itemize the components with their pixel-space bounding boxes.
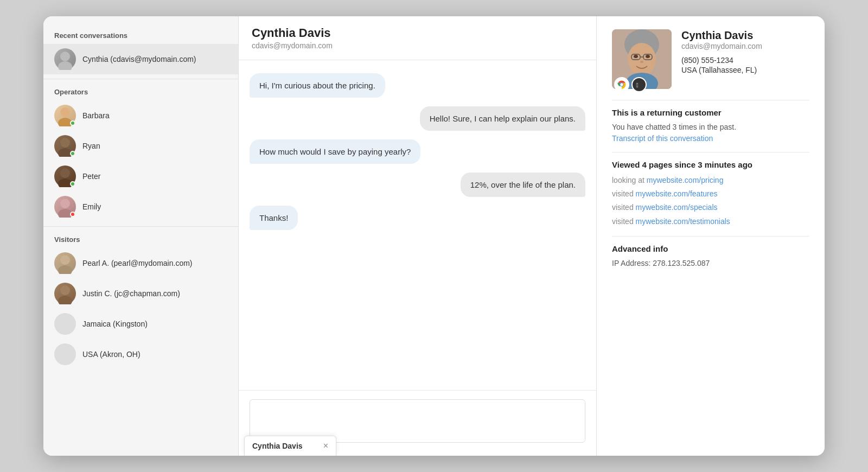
sidebar-item-peter-name: Peter <box>82 172 100 181</box>
contact-phone: (850) 555-1234 <box>681 56 809 65</box>
chat-popup: Cynthia Davis × <box>244 436 336 456</box>
page-1-action: looking at <box>612 176 647 184</box>
pages-list: looking at mywebsite.com/pricing visited… <box>612 174 809 228</box>
avatar-wrap-ryan <box>54 135 76 157</box>
chat-popup-name: Cynthia Davis <box>252 442 303 450</box>
page-3-url[interactable]: mywebsite.com/specials <box>636 203 718 212</box>
divider-returning <box>612 100 809 100</box>
svg-point-4 <box>60 138 70 148</box>
sidebar-item-cynthia[interactable]: Cynthia (cdavis@mydomain.com) <box>43 44 238 74</box>
sidebar-item-emily[interactable]: Emily <box>43 192 238 222</box>
message-1: Hi, I'm curious about the pricing. <box>250 73 385 98</box>
avatar-wrap-emily <box>54 196 76 218</box>
chat-main: Cynthia Davis cdavis@mydomain.com Hi, I'… <box>239 16 597 456</box>
chrome-icon <box>614 77 629 92</box>
svg-point-18 <box>646 55 650 58</box>
right-panel:  Cynthia Davis cdavis@mydomain.com (850… <box>597 16 825 456</box>
page-2-action: visited <box>612 189 636 198</box>
sidebar-item-barbara-name: Barbara <box>82 111 110 120</box>
recent-conversations-title: Recent conversations <box>43 27 238 44</box>
contact-header:  Cynthia Davis cdavis@mydomain.com (850… <box>612 29 809 89</box>
contact-name: Cynthia Davis <box>681 29 809 42</box>
chat-header-email: cdavis@mydomain.com <box>252 41 583 50</box>
returning-title: This is a returning customer <box>612 108 809 117</box>
status-dot-barbara <box>70 120 75 126</box>
page-2-url[interactable]: mywebsite.com/features <box>636 189 718 198</box>
message-5: Thanks! <box>250 206 298 230</box>
sidebar-item-usa-name: USA (Akron, OH) <box>82 350 141 359</box>
advanced-title: Advanced info <box>612 244 809 253</box>
avatar <box>54 48 76 70</box>
avatar-wrap <box>54 48 76 70</box>
pages-title: Viewed 4 pages since 3 minutes ago <box>612 160 809 169</box>
app-container: Recent conversations Cynthia (cdavis@myd… <box>43 16 825 456</box>
svg-point-8 <box>60 199 70 208</box>
sidebar-item-emily-name: Emily <box>82 202 101 211</box>
sidebar-item-ryan[interactable]: Ryan <box>43 131 238 161</box>
page-4-action: visited <box>612 217 636 226</box>
avatar-usa <box>54 343 76 365</box>
message-3: How much would I save by paying yearly? <box>250 139 420 164</box>
sidebar-item-peter[interactable]: Peter <box>43 161 238 192</box>
sidebar-item-barbara[interactable]: Barbara <box>43 100 238 131</box>
contact-location: USA (Tallahassee, FL) <box>681 66 809 74</box>
avatar-face-pearl-icon <box>54 252 76 274</box>
avatar-jamaica <box>54 313 76 335</box>
contact-email: cdavis@mydomain.com <box>681 42 809 50</box>
contact-avatar-wrap:  <box>612 29 672 89</box>
status-dot-ryan <box>70 151 75 156</box>
chat-popup-close-button[interactable]: × <box>323 442 328 450</box>
operators-title: Operators <box>43 84 238 100</box>
message-2: Hello! Sure, I can help explain our plan… <box>420 106 585 131</box>
svg-point-10 <box>60 255 70 265</box>
sidebar-item-cynthia-name: Cynthia (cdavis@mydomain.com) <box>82 55 196 63</box>
chat-header-name: Cynthia Davis <box>252 26 583 40</box>
page-1-url[interactable]: mywebsite.com/pricing <box>647 176 724 184</box>
contact-info: Cynthia Davis cdavis@mydomain.com (850) … <box>681 29 809 89</box>
svg-point-26 <box>620 83 623 86</box>
svg-point-17 <box>634 55 638 58</box>
avatar-wrap-justin <box>54 283 76 304</box>
transcript-link[interactable]: Transcript of this conversation <box>612 134 713 143</box>
returning-text: You have chatted 3 times in the past. Tr… <box>612 122 809 144</box>
apple-icon:  <box>631 77 647 92</box>
avatar-face-justin-icon <box>54 283 76 304</box>
sidebar-item-jamaica-name: Jamaica (Kingston) <box>82 320 148 328</box>
ip-value: 278.123.525.087 <box>653 259 710 267</box>
page-4-url[interactable]: mywebsite.com/testimonials <box>636 217 730 226</box>
sidebar-item-ryan-name: Ryan <box>82 142 100 150</box>
page-item-2: visited mywebsite.com/features <box>612 187 809 201</box>
visitors-title: Visitors <box>43 231 238 248</box>
message-4: 12%, over the life of the plan. <box>461 173 585 197</box>
status-dot-peter <box>70 181 75 187</box>
avatar-justin <box>54 283 76 304</box>
svg-point-6 <box>60 168 70 178</box>
svg-text::  <box>636 81 639 88</box>
ip-label: IP Address: <box>612 259 650 267</box>
svg-point-13 <box>58 296 72 304</box>
divider-advanced <box>612 236 809 237</box>
sidebar-item-justin-name: Justin C. (jc@chapman.com) <box>82 289 180 298</box>
sidebar: Recent conversations Cynthia (cdavis@myd… <box>43 16 239 456</box>
svg-point-22 <box>640 61 643 63</box>
sidebar-item-justin[interactable]: Justin C. (jc@chapman.com) <box>43 278 238 309</box>
sidebar-item-jamaica[interactable]: Jamaica (Kingston) <box>43 309 238 339</box>
avatar-wrap-peter <box>54 165 76 187</box>
svg-point-0 <box>60 52 70 61</box>
contact-browser-icons:  <box>614 77 647 92</box>
svg-point-2 <box>60 107 70 117</box>
avatar-wrap-pearl <box>54 252 76 274</box>
svg-point-1 <box>58 61 72 70</box>
ip-address: IP Address: 278.123.525.087 <box>612 258 809 269</box>
divider-pages <box>612 152 809 152</box>
avatar-wrap-usa <box>54 343 76 365</box>
sidebar-item-pearl[interactable]: Pearl A. (pearl@mydomain.com) <box>43 248 238 278</box>
returning-text-span: You have chatted 3 times in the past. <box>612 123 736 131</box>
divider-visitors <box>43 226 238 227</box>
sidebar-item-usa[interactable]: USA (Akron, OH) <box>43 339 238 369</box>
page-item-4: visited mywebsite.com/testimonials <box>612 215 809 228</box>
chat-header: Cynthia Davis cdavis@mydomain.com <box>239 16 596 60</box>
page-item-1: looking at mywebsite.com/pricing <box>612 174 809 187</box>
avatar-wrap-jamaica <box>54 313 76 335</box>
avatar-wrap-barbara <box>54 105 76 126</box>
